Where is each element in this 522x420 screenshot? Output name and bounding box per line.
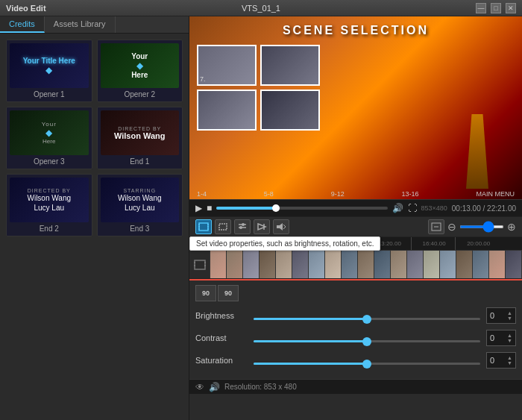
film-frame — [276, 251, 292, 278]
opener2-diamond-icon: ◆ — [136, 60, 143, 71]
video-controls: ▶ ■ 🔊 ⛶ 853×480 00:13.00 / 22:21.00 — [189, 199, 522, 216]
scene-thumb-2 — [260, 45, 320, 86]
credit-thumb-end2: DIRECTED BY Wilson WangLucy Lau — [10, 178, 89, 222]
resolution-status: Resolution: 853 x 480 — [224, 383, 297, 391]
zoom-slider[interactable] — [459, 225, 504, 228]
end3-names: Wilson WangLucy Lau — [118, 193, 162, 213]
progress-handle[interactable] — [272, 204, 280, 212]
audio-icon — [276, 222, 286, 231]
scene-title: SCENE SELECTION — [189, 16, 522, 41]
end3-starring: Starring — [123, 188, 156, 193]
saturation-slider-container — [254, 357, 480, 365]
volume-icon[interactable]: 🔊 — [392, 203, 403, 213]
contrast-slider-fill — [254, 340, 367, 342]
maximize-button[interactable]: □ — [491, 3, 501, 13]
brightness-down-button[interactable]: ▼ — [507, 316, 512, 321]
brightness-row: Brightness 0 ▲ ▼ — [195, 307, 516, 324]
property-tabs: 90 90 — [195, 285, 516, 301]
svg-marker-15 — [280, 223, 283, 231]
film-frame — [309, 251, 325, 278]
track-film-icon — [194, 259, 206, 271]
play-button[interactable]: ▶ — [195, 203, 202, 213]
contrast-label: Contrast — [195, 333, 248, 342]
film-strip — [210, 251, 522, 278]
opener3-diamond-icon: ◆ — [45, 128, 52, 138]
main-layout: Credits Assets Library Your Title Here ◆… — [0, 16, 522, 420]
svg-rect-23 — [204, 262, 206, 263]
saturation-slider-fill — [254, 363, 367, 365]
credit-thumb-end1: DIRECTED BY Wilson Wang — [101, 110, 180, 155]
svg-rect-5 — [207, 226, 209, 228]
timeline-toolbar: Set video properties, such as brightness… — [189, 216, 522, 237]
credit-card-end2[interactable]: DIRECTED BY Wilson WangLucy Lau End 2 — [6, 174, 92, 236]
saturation-slider-track — [254, 363, 480, 365]
title-bar: Video Edit VTS_01_1 — □ ✕ — [0, 0, 522, 16]
saturation-down-button[interactable]: ▼ — [507, 360, 512, 366]
tool-film-button[interactable] — [195, 219, 212, 234]
contrast-down-button[interactable]: ▼ — [507, 338, 512, 343]
film-frame — [292, 251, 309, 278]
svg-rect-22 — [194, 265, 195, 266]
zoom-fit-button[interactable] — [428, 219, 444, 234]
minimize-button[interactable]: — — [476, 3, 486, 13]
brightness-up-button[interactable]: ▲ — [507, 310, 512, 316]
credit-thumb-opener2: Your ◆ Here — [101, 43, 180, 88]
brightness-slider-handle[interactable] — [362, 315, 371, 324]
fullscreen-icon[interactable]: ⛶ — [408, 203, 417, 213]
brightness-spinners: ▲ ▼ — [507, 310, 512, 321]
svg-line-16 — [283, 225, 286, 227]
tool-speed-button[interactable] — [254, 219, 270, 234]
tool-adjust-button[interactable] — [234, 219, 251, 234]
brightness-value: 0 — [490, 311, 494, 320]
credit-card-end1[interactable]: DIRECTED BY Wilson Wang End 1 — [97, 107, 183, 169]
progress-bar[interactable] — [216, 207, 387, 210]
tool-audio-button[interactable] — [273, 219, 289, 234]
credit-card-opener3[interactable]: Your ◆ Here Opener 3 — [6, 107, 92, 169]
saturation-up-button[interactable]: ▲ — [507, 355, 512, 360]
contrast-spinners: ▲ ▼ — [507, 333, 512, 343]
file-name: VTS_01_1 — [242, 4, 280, 13]
film-frame — [391, 251, 407, 278]
svg-rect-1 — [198, 224, 200, 225]
stop-button[interactable]: ■ — [207, 203, 212, 213]
scene-label-5-8: 5-8 — [264, 190, 274, 198]
svg-rect-14 — [277, 225, 280, 228]
end1-director-name: Wilson Wang — [114, 131, 166, 140]
tab-assets-library[interactable]: Assets Library — [45, 16, 116, 33]
end2-names: Wilson WangLucy Lau — [27, 193, 71, 213]
saturation-slider-handle[interactable] — [362, 360, 371, 369]
saturation-label: Saturation — [195, 356, 248, 365]
credit-label-end2: End 2 — [40, 225, 59, 233]
credit-card-opener2[interactable]: Your ◆ Here Opener 2 — [97, 40, 183, 102]
zoom-plus-button[interactable]: ⊕ — [507, 221, 516, 233]
crop-icon — [218, 222, 228, 231]
eye-icon: 👁 — [195, 382, 204, 392]
adjust-icon — [237, 222, 248, 231]
contrast-slider-handle[interactable] — [362, 337, 371, 346]
credit-label-opener2: Opener 2 — [124, 90, 155, 98]
credits-panel: Your Title Here ◆ Opener 1 Your ◆ Here O… — [0, 34, 189, 242]
scene-selection-background: SCENE SELECTION 7. — [189, 16, 522, 199]
scene-thumb-3 — [197, 90, 257, 131]
credit-label-end3: End 3 — [130, 225, 149, 233]
close-button[interactable]: ✕ — [506, 3, 516, 13]
film-frame — [456, 251, 473, 278]
tool-crop-button[interactable] — [215, 219, 231, 234]
app-title: Video Edit — [6, 4, 46, 13]
window-controls: — □ ✕ — [476, 3, 516, 13]
zoom-minus-button[interactable]: ⊖ — [447, 221, 456, 233]
credit-card-end3[interactable]: Starring Wilson WangLucy Lau End 3 — [97, 174, 183, 236]
tab-credits[interactable]: Credits — [0, 16, 45, 33]
svg-rect-7 — [219, 224, 227, 230]
contrast-up-button[interactable]: ▲ — [507, 333, 512, 338]
character-silhouette — [459, 114, 496, 189]
tooltip: Set video properties, such as brightness… — [189, 236, 380, 251]
credit-card-opener1[interactable]: Your Title Here ◆ Opener 1 — [6, 40, 92, 102]
timeline-right-tools: ⊖ ⊕ — [428, 219, 516, 234]
properties-panel: 90 90 Brightness 0 ▲ ▼ — [189, 279, 522, 379]
prop-tab-2[interactable]: 90 — [218, 285, 239, 301]
status-bar: 👁 🔊 Resolution: 853 x 480 — [189, 379, 522, 394]
svg-line-17 — [283, 227, 286, 229]
prop-tab-1[interactable]: 90 — [195, 285, 216, 301]
track-label — [189, 251, 210, 278]
